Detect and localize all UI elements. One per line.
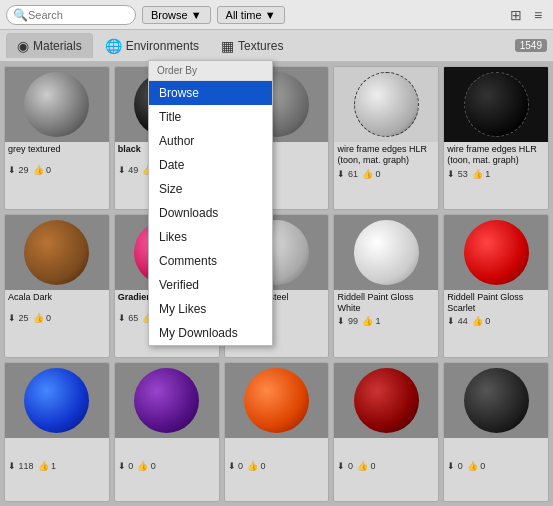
like-stat: 👍 0	[33, 165, 52, 175]
like-stat: 👍 0	[137, 461, 156, 471]
list-item[interactable]: wire frame edges HLR (toon, mat. graph) …	[333, 66, 439, 210]
like-stat: 👍 0	[362, 169, 381, 179]
material-name: grey textured	[5, 142, 109, 164]
tab-materials-label: Materials	[33, 39, 82, 53]
browse-button[interactable]: Browse ▼	[142, 6, 211, 24]
download-stat: ⬇ 49	[118, 165, 139, 175]
list-item[interactable]: Riddell Paint Gloss Scarlet ⬇ 44 👍 0	[443, 214, 549, 358]
material-name	[5, 438, 109, 460]
download-stat: ⬇ 99	[337, 316, 358, 326]
material-name: wire frame edges HLR (toon, mat. graph)	[444, 142, 548, 168]
tab-textures[interactable]: ▦ Textures	[211, 34, 293, 58]
material-thumbnail	[5, 363, 109, 438]
material-thumbnail	[334, 363, 438, 438]
material-stats: ⬇ 0 👍 0	[444, 460, 548, 473]
download-stat: ⬇ 25	[8, 313, 29, 323]
search-input[interactable]	[28, 9, 129, 21]
material-thumbnail	[444, 363, 548, 438]
list-view-icon[interactable]: ≡	[529, 6, 547, 24]
browse-chevron-icon: ▼	[191, 9, 202, 21]
list-item[interactable]: ⬇ 0 👍 0	[224, 362, 330, 502]
order-by-dropdown: Order By Browse Title Author Date Size D…	[148, 60, 273, 346]
download-stat: ⬇ 0	[118, 461, 134, 471]
view-toggle: ⊞ ≡	[507, 6, 547, 24]
dropdown-item-browse[interactable]: Browse	[149, 81, 272, 105]
like-stat: 👍 0	[33, 313, 52, 323]
dropdown-item-author[interactable]: Author	[149, 129, 272, 153]
tab-materials[interactable]: ◉ Materials	[6, 33, 93, 58]
material-stats: ⬇ 29 👍 0	[5, 164, 109, 177]
material-thumbnail	[225, 363, 329, 438]
material-name	[444, 438, 548, 460]
search-box[interactable]: 🔍	[6, 5, 136, 25]
materials-icon: ◉	[17, 38, 29, 54]
material-stats: ⬇ 61 👍 0	[334, 168, 438, 181]
list-item[interactable]: ⬇ 0 👍 0	[443, 362, 549, 502]
grid-view-icon[interactable]: ⊞	[507, 6, 525, 24]
material-stats: ⬇ 53 👍 1	[444, 168, 548, 181]
material-thumbnail	[444, 215, 548, 290]
list-item[interactable]: ⬇ 118 👍 1	[4, 362, 110, 502]
material-stats: ⬇ 44 👍 0	[444, 315, 548, 328]
material-stats: ⬇ 25 👍 0	[5, 312, 109, 325]
dropdown-item-title[interactable]: Title	[149, 105, 272, 129]
material-name	[225, 438, 329, 460]
like-stat: 👍 0	[467, 461, 486, 471]
material-stats: ⬇ 0 👍 0	[115, 460, 219, 473]
material-name: Riddell Paint Gloss White	[334, 290, 438, 316]
dropdown-item-comments[interactable]: Comments	[149, 249, 272, 273]
tab-environments[interactable]: 🌐 Environments	[95, 34, 209, 58]
material-name: wire frame edges HLR (toon, mat. graph)	[334, 142, 438, 168]
materials-grid: grey textured ⬇ 29 👍 0 black ⬇ 49 👍 0 pa…	[0, 62, 553, 506]
download-stat: ⬇ 44	[447, 316, 468, 326]
tab-environments-label: Environments	[126, 39, 199, 53]
count-badge: 1549	[515, 39, 547, 52]
textures-icon: ▦	[221, 38, 234, 54]
download-stat: ⬇ 0	[228, 461, 244, 471]
list-item[interactable]: Acala Dark ⬇ 25 👍 0	[4, 214, 110, 358]
like-stat: 👍 1	[362, 316, 381, 326]
alltime-button[interactable]: All time ▼	[217, 6, 285, 24]
material-thumbnail	[334, 215, 438, 290]
list-item[interactable]: ⬇ 0 👍 0	[114, 362, 220, 502]
material-stats: ⬇ 118 👍 1	[5, 460, 109, 473]
dropdown-item-verified[interactable]: Verified	[149, 273, 272, 297]
list-item[interactable]: wire frame edges HLR (toon, mat. graph) …	[443, 66, 549, 210]
like-stat: 👍 1	[472, 169, 491, 179]
top-bar: 🔍 Browse ▼ All time ▼ ⊞ ≡	[0, 0, 553, 30]
material-thumbnail	[5, 67, 109, 142]
material-name: Acala Dark	[5, 290, 109, 312]
material-name	[115, 438, 219, 460]
material-thumbnail	[444, 67, 548, 142]
download-stat: ⬇ 0	[337, 461, 353, 471]
tab-bar: ◉ Materials 🌐 Environments ▦ Textures 15…	[0, 30, 553, 62]
download-stat: ⬇ 53	[447, 169, 468, 179]
list-item[interactable]: ⬇ 0 👍 0	[333, 362, 439, 502]
download-stat: ⬇ 29	[8, 165, 29, 175]
dropdown-item-size[interactable]: Size	[149, 177, 272, 201]
like-stat: 👍 0	[472, 316, 491, 326]
material-stats: ⬇ 0 👍 0	[225, 460, 329, 473]
search-icon: 🔍	[13, 8, 28, 22]
material-name	[334, 438, 438, 460]
material-name: Riddell Paint Gloss Scarlet	[444, 290, 548, 316]
material-thumbnail	[334, 67, 438, 142]
list-item[interactable]: Riddell Paint Gloss White ⬇ 99 👍 1	[333, 214, 439, 358]
list-item[interactable]: grey textured ⬇ 29 👍 0	[4, 66, 110, 210]
dropdown-item-downloads[interactable]: Downloads	[149, 201, 272, 225]
browse-label: Browse	[151, 9, 188, 21]
dropdown-item-mylikes[interactable]: My Likes	[149, 297, 272, 321]
dropdown-item-date[interactable]: Date	[149, 153, 272, 177]
dropdown-header: Order By	[149, 61, 272, 81]
download-stat: ⬇ 61	[337, 169, 358, 179]
like-stat: 👍 0	[247, 461, 266, 471]
alltime-label: All time	[226, 9, 262, 21]
tab-textures-label: Textures	[238, 39, 283, 53]
like-stat: 👍 1	[38, 461, 57, 471]
dropdown-item-mydownloads[interactable]: My Downloads	[149, 321, 272, 345]
download-stat: ⬇ 118	[8, 461, 34, 471]
dropdown-item-likes[interactable]: Likes	[149, 225, 272, 249]
download-stat: ⬇ 65	[118, 313, 139, 323]
like-stat: 👍 0	[357, 461, 376, 471]
environments-icon: 🌐	[105, 38, 122, 54]
